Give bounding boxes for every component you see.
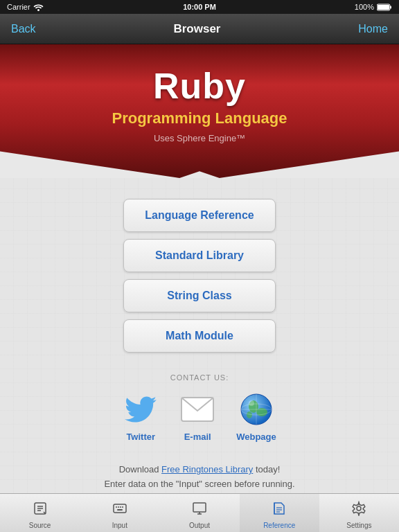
download-text1: Download — [119, 464, 161, 475]
status-left: Carrier — [7, 3, 44, 11]
output-icon — [192, 501, 207, 520]
contact-section: CONTACT US: Twitter E-mai — [123, 373, 276, 442]
tab-reference-label: Reference — [263, 522, 295, 529]
home-button[interactable]: Home — [358, 23, 388, 35]
twitter-contact[interactable]: Twitter — [123, 391, 159, 442]
email-contact[interactable]: E-mail — [179, 391, 215, 442]
webpage-contact[interactable]: Webpage — [236, 391, 276, 442]
standard-library-button[interactable]: Standard Library — [123, 239, 276, 272]
twitter-icon-wrap — [123, 391, 159, 427]
contact-icons: Twitter E-mail — [123, 391, 276, 442]
download-text2: today! — [253, 464, 280, 475]
svg-point-8 — [247, 411, 252, 418]
nav-bar: Back Browser Home — [0, 14, 399, 44]
nav-title: Browser — [173, 22, 220, 36]
carrier-label: Carrier — [7, 3, 30, 11]
tab-source[interactable]: Source — [0, 494, 80, 532]
settings-icon — [351, 501, 366, 520]
hero-title: Ruby — [14, 65, 385, 107]
globe-icon — [240, 393, 273, 426]
math-module-button[interactable]: Math Module — [123, 319, 276, 353]
status-right: 100% — [355, 3, 392, 11]
status-time: 10:00 PM — [183, 3, 216, 11]
svg-rect-23 — [193, 503, 206, 512]
webpage-label: Webpage — [236, 432, 276, 442]
tab-input[interactable]: Input — [80, 494, 159, 532]
tab-output[interactable]: Output — [159, 494, 239, 532]
webpage-icon-wrap — [238, 391, 274, 427]
email-label: E-mail — [184, 432, 211, 442]
email-icon — [181, 397, 214, 422]
svg-point-12 — [249, 400, 254, 406]
back-button[interactable]: Back — [11, 23, 36, 35]
tab-settings[interactable]: Settings — [319, 494, 399, 532]
content-area: Language Reference Standard Library Stri… — [0, 178, 399, 493]
hero-tagline: Uses Sphere Engine™ — [14, 133, 385, 143]
input-icon — [112, 501, 127, 520]
svg-rect-2 — [390, 6, 391, 8]
status-bar: Carrier 10:00 PM 100% — [0, 0, 399, 14]
battery-icon — [377, 3, 392, 11]
source-icon — [33, 501, 48, 520]
language-reference-button[interactable]: Language Reference — [123, 199, 276, 232]
tab-reference[interactable]: Reference — [240, 494, 319, 532]
hero-section: Ruby Programming Language Uses Sphere En… — [0, 44, 399, 178]
svg-rect-17 — [114, 504, 126, 513]
hero-subtitle: Programming Language — [14, 109, 385, 127]
tab-input-label: Input — [112, 522, 127, 529]
svg-point-0 — [37, 9, 39, 11]
battery-label: 100% — [355, 3, 374, 11]
svg-rect-3 — [378, 5, 389, 10]
wifi-icon — [33, 3, 44, 11]
tab-output-label: Output — [189, 522, 210, 529]
twitter-icon — [125, 396, 157, 423]
reference-icon — [272, 501, 287, 520]
tab-bar: Source Input Output Reference Settings — [0, 493, 399, 532]
string-class-button[interactable]: String Class — [123, 279, 276, 312]
download-text3: Enter data on the "Input" screen before … — [104, 479, 294, 489]
contact-label: CONTACT US: — [123, 373, 276, 382]
menu-buttons: Language Reference Standard Library Stri… — [123, 199, 276, 353]
email-icon-wrap — [179, 391, 215, 427]
tab-settings-label: Settings — [346, 522, 371, 529]
download-link[interactable]: Free Ringtones Library — [161, 464, 253, 475]
download-text: Download Free Ringtones Library today! E… — [90, 463, 308, 492]
svg-point-30 — [357, 506, 361, 511]
tab-source-label: Source — [29, 522, 51, 529]
twitter-label: Twitter — [126, 432, 155, 442]
